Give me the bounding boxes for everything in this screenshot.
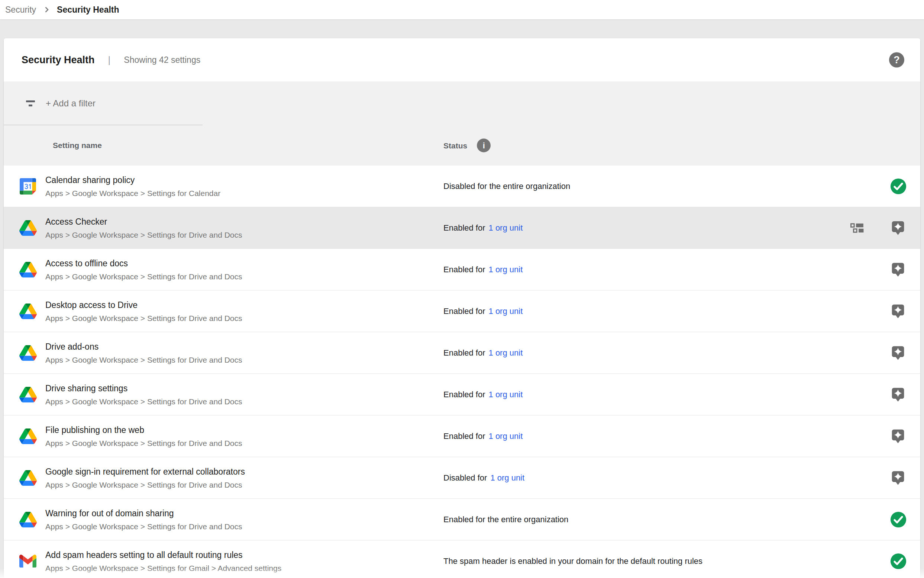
breadcrumb-parent-link[interactable]: Security xyxy=(5,5,36,15)
status-cell: Enabled for 1 org unit xyxy=(443,265,523,274)
table-row[interactable]: Add spam headers setting to all default … xyxy=(4,541,920,578)
drive-icon xyxy=(19,470,37,486)
table-row[interactable]: Drive sharing settings Apps > Google Wor… xyxy=(4,374,920,416)
app-icon xyxy=(18,511,38,529)
setting-text: Drive add-ons Apps > Google Workspace > … xyxy=(45,341,242,364)
settings-table-body: Calendar sharing policy Apps > Google Wo… xyxy=(4,166,920,578)
status-cell: Enabled for 1 org unit xyxy=(443,223,523,233)
recommendation-icon[interactable] xyxy=(890,220,905,236)
setting-text: Access to offline docs Apps > Google Wor… xyxy=(45,258,242,281)
setting-text: Google sign-in requirement for external … xyxy=(45,466,245,489)
calendar-icon xyxy=(20,178,36,195)
status-cell: Enabled for 1 org unit xyxy=(443,307,523,316)
org-units-icon xyxy=(850,223,864,233)
setting-name: Google sign-in requirement for external … xyxy=(45,466,245,476)
help-icon[interactable]: ? xyxy=(889,52,904,68)
setting-path: Apps > Google Workspace > Settings for C… xyxy=(45,188,220,198)
status-cell: Disabled for the entire organization xyxy=(443,182,570,191)
status-ok-icon xyxy=(890,553,907,570)
app-icon xyxy=(18,552,38,570)
status-text: Enabled for the entire organization xyxy=(443,515,568,524)
recommendation-icon[interactable] xyxy=(890,470,905,486)
add-filter-button[interactable]: + Add a filter xyxy=(46,98,95,109)
gmail-icon xyxy=(19,555,36,568)
settings-count: Showing 42 settings xyxy=(124,55,200,65)
table-row[interactable]: Access to offline docs Apps > Google Wor… xyxy=(4,249,920,291)
card-header: Security Health | Showing 42 settings ? xyxy=(4,38,920,81)
org-unit-link[interactable]: 1 org unit xyxy=(489,265,523,274)
status-text: The spam header is enabled in your domai… xyxy=(443,557,702,566)
recommendation-icon[interactable] xyxy=(890,303,905,320)
app-icon xyxy=(18,469,38,487)
setting-path: Apps > Google Workspace > Settings for D… xyxy=(45,522,242,531)
status-text: Enabled for xyxy=(443,348,485,358)
org-unit-link[interactable]: 1 org unit xyxy=(489,432,523,441)
setting-path: Apps > Google Workspace > Settings for D… xyxy=(45,230,242,239)
org-unit-link[interactable]: 1 org unit xyxy=(489,348,523,358)
drive-icon xyxy=(19,429,37,444)
column-setting-name: Setting name xyxy=(53,141,102,150)
org-unit-link[interactable]: 1 org unit xyxy=(489,390,523,399)
app-icon xyxy=(18,386,38,404)
status-text: Enabled for xyxy=(443,223,485,233)
setting-path: Apps > Google Workspace > Settings for D… xyxy=(45,313,242,323)
status-cell: Disabled for 1 org unit xyxy=(443,473,524,483)
setting-text: Add spam headers setting to all default … xyxy=(45,550,282,572)
recommendation-icon[interactable] xyxy=(890,428,905,445)
security-health-card: Security Health | Showing 42 settings ? … xyxy=(4,38,920,578)
setting-path: Apps > Google Workspace > Settings for D… xyxy=(45,397,242,406)
filter-icon[interactable] xyxy=(23,101,37,106)
breadcrumb-current: Security Health xyxy=(57,5,119,15)
chevron-right-icon xyxy=(42,5,51,14)
status-cell: Enabled for 1 org unit xyxy=(443,432,523,441)
setting-name: Drive add-ons xyxy=(45,341,242,351)
info-icon[interactable]: i xyxy=(477,139,490,153)
status-text: Enabled for xyxy=(443,307,485,316)
setting-path: Apps > Google Workspace > Settings for D… xyxy=(45,438,242,447)
org-unit-link[interactable]: 1 org unit xyxy=(490,473,524,483)
table-row[interactable]: Access Checker Apps > Google Workspace >… xyxy=(4,207,920,249)
table-row[interactable]: Google sign-in requirement for external … xyxy=(4,457,920,499)
table-row[interactable]: Desktop access to Drive Apps > Google Wo… xyxy=(4,291,920,332)
app-icon xyxy=(18,427,38,445)
setting-name: Desktop access to Drive xyxy=(45,300,242,310)
setting-name: Warning for out of domain sharing xyxy=(45,508,242,518)
setting-text: Drive sharing settings Apps > Google Wor… xyxy=(45,383,242,406)
page-title: Security Health xyxy=(21,54,95,66)
recommendation-icon[interactable] xyxy=(890,386,905,403)
filter-bar: + Add a filter xyxy=(4,81,920,125)
drive-icon xyxy=(19,345,37,361)
table-row[interactable]: File publishing on the web Apps > Google… xyxy=(4,416,920,457)
app-icon xyxy=(18,302,38,320)
column-status: Status xyxy=(443,141,467,150)
org-unit-link[interactable]: 1 org unit xyxy=(489,307,523,316)
setting-text: Desktop access to Drive Apps > Google Wo… xyxy=(45,300,242,323)
setting-name: Calendar sharing policy xyxy=(45,175,220,185)
status-cell: Enabled for the entire organization xyxy=(443,515,568,524)
status-text: Enabled for xyxy=(443,265,485,274)
status-cell: Enabled for 1 org unit xyxy=(443,390,523,399)
setting-name: Drive sharing settings xyxy=(45,383,242,393)
drive-icon xyxy=(19,512,37,528)
app-icon xyxy=(18,177,38,195)
table-row[interactable]: Calendar sharing policy Apps > Google Wo… xyxy=(4,166,920,207)
setting-path: Apps > Google Workspace > Settings for D… xyxy=(45,355,242,364)
setting-text: File publishing on the web Apps > Google… xyxy=(45,425,242,447)
table-row[interactable]: Warning for out of domain sharing Apps >… xyxy=(4,499,920,541)
recommendation-icon[interactable] xyxy=(890,345,905,361)
setting-text: Calendar sharing policy Apps > Google Wo… xyxy=(45,175,220,198)
drive-icon xyxy=(19,220,37,236)
setting-path: Apps > Google Workspace > Settings for G… xyxy=(45,563,282,572)
setting-path: Apps > Google Workspace > Settings for D… xyxy=(45,272,242,281)
breadcrumb: Security Security Health xyxy=(0,0,924,19)
status-ok-icon xyxy=(890,511,907,528)
recommendation-icon[interactable] xyxy=(890,261,905,278)
setting-text: Access Checker Apps > Google Workspace >… xyxy=(45,216,242,239)
table-row[interactable]: Drive add-ons Apps > Google Workspace > … xyxy=(4,332,920,374)
setting-name: Add spam headers setting to all default … xyxy=(45,550,282,560)
org-unit-link[interactable]: 1 org unit xyxy=(489,223,523,233)
status-text: Disabled for the entire organization xyxy=(443,182,570,191)
status-text: Disabled for xyxy=(443,473,487,483)
table-header: Setting name Status i xyxy=(4,125,920,166)
setting-name: Access to offline docs xyxy=(45,258,242,268)
